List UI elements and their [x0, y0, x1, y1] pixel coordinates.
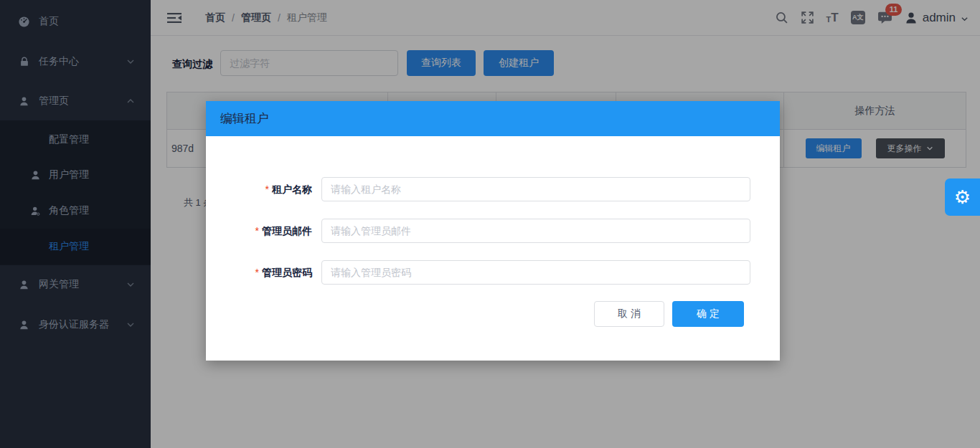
gear-icon: ⚙ [954, 186, 971, 209]
tenant-name-input[interactable] [321, 177, 750, 201]
cancel-button[interactable]: 取 消 [594, 301, 664, 327]
edit-tenant-modal: 编辑租户 *租户名称 *管理员邮件 *管理员密码 取 消 确 定 [206, 101, 780, 361]
app-root: 首页 任务中心 管理页 配置管理 [0, 0, 980, 448]
admin-password-label-text: 管理员密码 [262, 267, 312, 278]
required-marker: * [255, 267, 259, 278]
modal-header: 编辑租户 [206, 101, 780, 136]
admin-password-label: *管理员密码 [206, 267, 312, 280]
ok-button[interactable]: 确 定 [672, 301, 744, 327]
admin-email-label: *管理员邮件 [206, 225, 312, 238]
required-marker: * [255, 225, 259, 237]
settings-button[interactable]: ⚙ [945, 178, 980, 216]
required-marker: * [265, 184, 269, 195]
admin-password-input[interactable] [321, 260, 750, 285]
admin-email-label-text: 管理员邮件 [262, 225, 312, 237]
tenant-name-label: *租户名称 [206, 184, 312, 196]
admin-email-input[interactable] [321, 219, 750, 243]
tenant-name-label-text: 租户名称 [272, 184, 312, 195]
modal-title: 编辑租户 [220, 110, 269, 127]
